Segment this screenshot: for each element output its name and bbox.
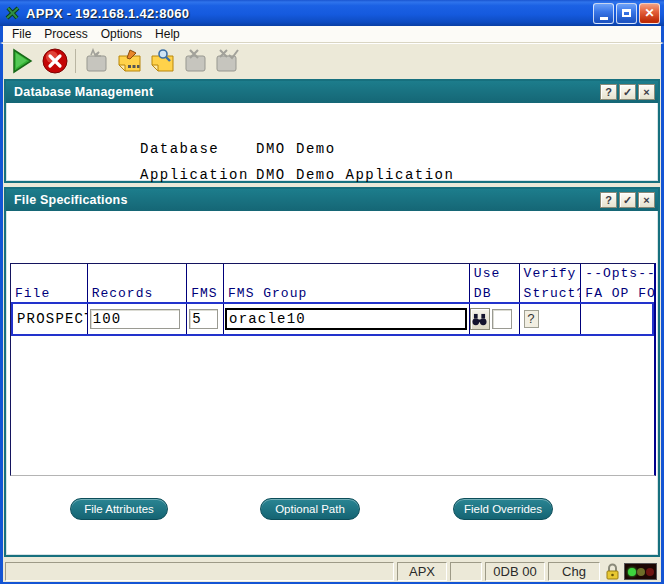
menu-file[interactable]: File — [8, 26, 40, 43]
verify-struct-button[interactable]: ? — [524, 310, 539, 328]
status-apx: APX — [397, 562, 447, 581]
close-icon: ✕ — [640, 4, 659, 23]
menu-bar: File Process Options Help — [0, 26, 664, 43]
minimize-button[interactable] — [593, 3, 614, 24]
application-value: Demo Application — [296, 167, 454, 183]
menu-process[interactable]: Process — [40, 26, 96, 43]
run-button[interactable] — [7, 47, 37, 75]
delete-record-button — [180, 47, 210, 75]
menu-options[interactable]: Options — [97, 26, 151, 43]
delete-record-icon — [182, 48, 209, 74]
ok-button[interactable]: ✓ — [619, 84, 636, 100]
verify-struct-cell: ? — [520, 304, 582, 334]
lock-icon — [605, 563, 620, 581]
database-row: Database DMO Demo — [6, 136, 658, 162]
maximize-icon — [617, 4, 636, 23]
table-row[interactable]: PROSPECT — [11, 302, 654, 336]
add-record-button — [81, 47, 111, 75]
delete-confirm-button — [213, 47, 243, 75]
view-record-icon — [149, 48, 176, 74]
panel-close-button[interactable]: × — [638, 192, 655, 208]
column-header-file: File — [11, 264, 88, 302]
appx-window: APPX - 192.168.1.42:8060 ✕ File Process … — [0, 0, 664, 584]
file-cell: PROSPECT — [13, 304, 88, 334]
close-button[interactable]: ✕ — [639, 3, 660, 24]
status-mode: Chg — [548, 562, 600, 581]
status-odb: 0DB 00 — [485, 562, 545, 581]
file-spec-table: File Records FMS FMS Group UseDB VerifyS… — [10, 263, 656, 476]
records-input[interactable] — [90, 309, 180, 329]
file-specifications-titlebar: File Specifications ? ✓ × — [6, 189, 658, 211]
file-specifications-panel: File Specifications ? ✓ × File Records F… — [4, 187, 660, 557]
file-specifications-content: File Records FMS FMS Group UseDB VerifyS… — [6, 211, 658, 555]
run-icon — [10, 48, 34, 74]
cancel-icon — [42, 48, 68, 74]
column-header-use-db: UseDB — [470, 264, 520, 302]
binoculars-icon — [472, 313, 487, 326]
cancel-button[interactable] — [40, 47, 70, 75]
fms-group-cell — [224, 304, 470, 334]
fms-cell — [187, 304, 224, 334]
column-header-fms-group: FMS Group — [224, 264, 470, 302]
optional-path-button[interactable]: Optional Path — [260, 498, 360, 520]
column-header-verify-struct: VerifyStruct? — [520, 264, 582, 302]
status-empty — [450, 562, 482, 581]
toolbar-separator — [75, 49, 76, 73]
connection-indicator-icon — [624, 563, 657, 580]
column-header-fms: FMS — [187, 264, 224, 302]
status-icons — [603, 562, 659, 581]
column-header-opts: --Opts--FA OP FO — [581, 264, 654, 302]
file-specifications-title: File Specifications — [14, 193, 598, 207]
delete-confirm-icon — [213, 48, 243, 74]
window-titlebar[interactable]: APPX - 192.168.1.42:8060 ✕ — [0, 0, 664, 26]
menu-help[interactable]: Help — [151, 26, 189, 43]
column-header-records: Records — [88, 264, 188, 302]
database-label: Database — [140, 141, 256, 157]
help-button[interactable]: ? — [600, 192, 617, 208]
table-header: File Records FMS FMS Group UseDB VerifyS… — [11, 264, 654, 302]
toolbar — [0, 43, 664, 78]
database-management-title: Database Management — [14, 85, 598, 99]
field-overrides-button[interactable]: Field Overrides — [453, 498, 553, 520]
minimize-icon — [594, 4, 613, 23]
window-title: APPX - 192.168.1.42:8060 — [26, 6, 591, 21]
file-attributes-button[interactable]: File Attributes — [70, 498, 168, 520]
use-db-input[interactable] — [492, 309, 512, 329]
database-code: DMO — [256, 141, 296, 157]
maximize-button[interactable] — [616, 3, 637, 24]
edit-record-icon — [116, 48, 143, 74]
edit-record-button[interactable] — [114, 47, 144, 75]
database-management-titlebar: Database Management ? ✓ × — [6, 81, 658, 103]
file-name: PROSPECT — [15, 311, 88, 327]
database-management-panel: Database Management ? ✓ × Database DMO D… — [4, 79, 660, 183]
appx-logo-icon — [5, 5, 21, 21]
lookup-button[interactable] — [470, 308, 490, 330]
application-code: DMO — [256, 167, 296, 183]
status-bar: APX 0DB 00 Chg — [0, 560, 664, 584]
opts-cell — [581, 304, 652, 334]
ok-button[interactable]: ✓ — [619, 192, 636, 208]
help-button[interactable]: ? — [600, 84, 617, 100]
fms-group-input[interactable] — [225, 308, 467, 330]
view-record-button[interactable] — [147, 47, 177, 75]
status-message — [5, 562, 394, 581]
use-db-cell — [470, 304, 520, 334]
add-record-icon — [83, 48, 109, 74]
records-cell — [88, 304, 188, 334]
database-management-content: Database DMO Demo Application DMO Demo A… — [6, 103, 658, 188]
database-value: Demo — [296, 141, 336, 157]
panel-close-button[interactable]: × — [638, 84, 655, 100]
application-row: Application DMO Demo Application — [6, 162, 658, 188]
application-label: Application — [140, 167, 256, 183]
client-area: Database Management ? ✓ × Database DMO D… — [0, 78, 664, 560]
fms-input[interactable] — [189, 309, 218, 329]
